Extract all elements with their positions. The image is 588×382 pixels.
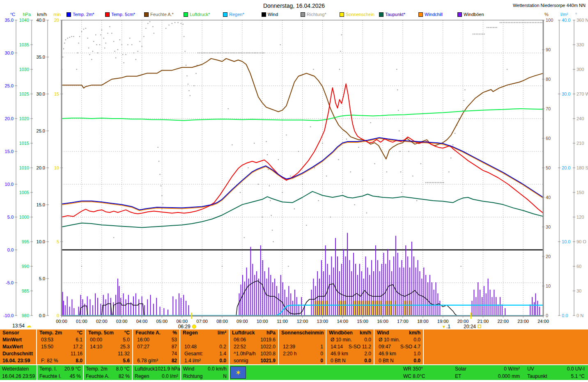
legend-marker — [418, 12, 423, 17]
richtung-dot — [101, 30, 103, 31]
richtung-dot — [484, 34, 485, 35]
richtung-dot — [399, 130, 400, 132]
status-label: Temp. I. — [39, 365, 57, 373]
richtung-dot — [182, 24, 184, 25]
legend-item: Temp. 2m* — [67, 11, 94, 17]
col-unit: km/h — [409, 329, 420, 336]
legend-item: Sonnenschein — [340, 11, 374, 17]
cell: 1 — [320, 343, 323, 350]
richtung-dot — [346, 139, 347, 140]
x-tick-label: 02:00 — [96, 319, 108, 324]
legend-marker — [105, 12, 110, 17]
richtung-dot — [511, 22, 512, 23]
legend-item: Windböen — [457, 11, 484, 17]
richtung-dot — [455, 133, 456, 134]
sunrise-time: 06:29 — [178, 324, 191, 329]
richtung-dot — [137, 51, 138, 52]
axis-tick-label: 100 — [546, 18, 553, 23]
table-row-label: 16.04. 23:59 — [0, 357, 36, 364]
cell: 10:48 — [183, 343, 197, 350]
richtung-dot — [506, 22, 507, 23]
richtung-dot — [209, 53, 210, 54]
richtung-dot — [250, 53, 252, 54]
richtung-dot — [121, 44, 122, 46]
richtung-dot — [123, 62, 124, 64]
x-tick-label: 19:00 — [437, 319, 449, 324]
richtung-dot — [509, 22, 510, 23]
axis-tick-label: -10.0 — [3, 313, 14, 318]
axis-tick-label: 300 — [577, 67, 584, 72]
col-name: Wind — [377, 329, 389, 336]
richtung-dot — [474, 34, 475, 35]
richtung-dot — [318, 200, 319, 201]
richtung-dot — [340, 51, 341, 52]
richtung-dot — [215, 53, 216, 54]
legend-label: Luftdruck* — [190, 12, 210, 17]
cell: 22:52 — [232, 343, 246, 350]
cell: Ø 10 min. — [377, 336, 400, 343]
richtung-dot — [458, 118, 459, 119]
richtung-dot — [400, 172, 402, 173]
richtung-dot — [206, 53, 207, 54]
status-value: WR 350° — [403, 365, 423, 373]
legend-item: Luftdruck* — [184, 11, 210, 17]
x-tick-label: 07:00 — [196, 319, 208, 324]
axis-tick-label: 5 — [57, 239, 59, 244]
richtung-dot — [493, 27, 494, 28]
richtung-dot — [218, 53, 220, 54]
richtung-dot — [262, 53, 263, 54]
cell — [39, 350, 41, 357]
richtung-dot — [306, 225, 307, 226]
axis-tick-label: 40.0 — [37, 18, 45, 23]
axis-tick-label: 20 — [546, 254, 551, 259]
cell: 0 Bft N — [329, 357, 346, 364]
axis-tick-label: 1015 — [19, 141, 29, 146]
axis-tick-label: 10 — [54, 165, 59, 170]
richtung-dot — [477, 34, 478, 35]
richtung-dot — [76, 69, 77, 70]
x-tick-label: 09:00 — [237, 319, 248, 324]
richtung-dot — [141, 46, 142, 47]
axis-tick-label: 1025 — [19, 91, 29, 96]
richtung-dot — [519, 22, 520, 23]
x-tick-label: 00:00 — [56, 319, 67, 324]
richtung-dot — [313, 69, 314, 70]
richtung-dot — [236, 53, 237, 54]
cell: 2:20 h — [281, 350, 296, 357]
sensor-summary-table: Sensor MinWert MaxWert Durchschnitt 16.0… — [0, 329, 588, 364]
richtung-dot — [268, 169, 269, 170]
richtung-dot — [386, 172, 388, 173]
richtung-dot — [294, 208, 295, 210]
richtung-dot — [157, 147, 158, 148]
axis-tick-label: 25.0 — [37, 128, 45, 133]
richtung-dot — [298, 151, 299, 152]
legend-label: Feuchte A.* — [150, 12, 174, 17]
richtung-dot — [240, 192, 241, 193]
axis-tick-label: 60 — [546, 136, 551, 141]
legend-label: Richtung* — [307, 12, 326, 17]
axis-tick-label: 20.0 — [37, 165, 45, 170]
richtung-dot — [263, 53, 264, 54]
richtung-dot — [473, 34, 474, 35]
col-unit: km/h — [360, 329, 371, 336]
x-tick-label: 14:00 — [337, 319, 348, 324]
richtung-dot — [83, 29, 85, 30]
legend-marker — [67, 12, 71, 17]
legend-item: Regen* — [223, 11, 244, 17]
richtung-dot — [89, 54, 90, 55]
richtung-dot — [503, 22, 504, 23]
richtung-dot — [370, 122, 371, 124]
chart-legend: Temp. 2m*Temp. 5cm*Feuchte A.*Luftdruck*… — [0, 11, 588, 18]
axis-tick-label: 30.0 — [562, 91, 570, 96]
richtung-dot — [199, 53, 200, 54]
richtung-dot — [540, 22, 541, 23]
table-row-labels: Sensor MinWert MaxWert Durchschnitt 16.0… — [0, 329, 36, 364]
richtung-dot — [186, 75, 188, 77]
cell: 46.9 km — [329, 350, 348, 357]
x-tick-label: 18:00 — [417, 319, 429, 324]
richtung-dot — [322, 143, 323, 144]
x-tick-label: 01:00 — [76, 319, 87, 324]
legend-item: Wind — [262, 11, 278, 17]
richtung-dot — [63, 48, 64, 50]
cell: 0 — [320, 357, 323, 364]
